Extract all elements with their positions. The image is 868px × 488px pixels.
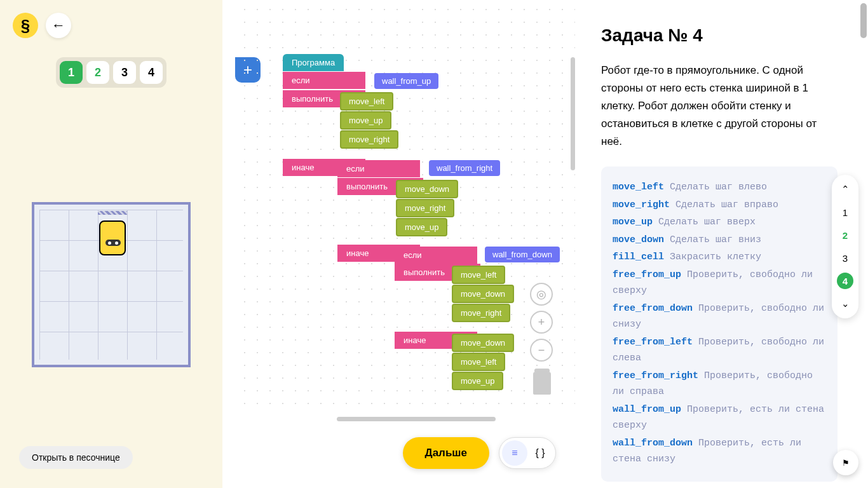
command-name: move_down bbox=[613, 234, 664, 245]
block-move-right-2[interactable]: move_right bbox=[396, 199, 454, 217]
command-row: free_from_down Проверить, свободно ли сн… bbox=[613, 301, 826, 333]
command-row: move_left Сделать шаг влево bbox=[613, 179, 826, 196]
code-view-button[interactable]: { } bbox=[527, 440, 553, 466]
zoom-out-button[interactable]: − bbox=[530, 339, 553, 362]
nav-item-4[interactable]: 4 bbox=[837, 273, 853, 289]
next-button[interactable]: Дальше bbox=[403, 437, 489, 469]
block-move-up-2[interactable]: move_up bbox=[396, 218, 447, 236]
command-name: wall_from_down bbox=[613, 438, 693, 449]
command-row: move_right Сделать шаг вправо bbox=[613, 197, 826, 214]
zoom-in-button[interactable]: + bbox=[530, 311, 553, 334]
vertical-scrollbar[interactable] bbox=[571, 57, 575, 170]
command-row: wall_from_up Проверить, есть ли стена св… bbox=[613, 402, 826, 434]
command-description: Сделать шаг вправо bbox=[670, 200, 778, 210]
task-description: Робот где-то в прямоугольнике. С одной с… bbox=[601, 62, 837, 151]
command-name: wall_from_up bbox=[613, 404, 681, 415]
task-description-panel: Задача № 4 Робот где-то в прямоугольнике… bbox=[577, 0, 860, 488]
command-row: move_up Сделать шаг вверх bbox=[613, 214, 826, 231]
nav-item-1[interactable]: 1 bbox=[837, 204, 853, 220]
robot-game-grid bbox=[32, 202, 191, 367]
nav-up-button[interactable]: ⌃ bbox=[837, 181, 853, 198]
command-name: fill_cell bbox=[613, 252, 664, 262]
command-description: Сделать шаг вверх bbox=[653, 217, 756, 227]
block-wall-from-right[interactable]: wall_from_right bbox=[429, 160, 500, 176]
back-button[interactable]: ← bbox=[46, 13, 71, 38]
block-move-right-1[interactable]: move_right bbox=[340, 130, 398, 149]
blocks-canvas[interactable]: Программа если wall_from_up выполнить mo… bbox=[238, 3, 575, 412]
block-move-down-1[interactable]: move_down bbox=[396, 180, 458, 198]
robot-wall bbox=[98, 211, 127, 215]
blocks-view-button[interactable]: ≡ bbox=[502, 440, 527, 466]
command-reference: move_left Сделать шаг влевоmove_right Сд… bbox=[601, 166, 837, 482]
command-row: free_from_right Проверить, свободно ли с… bbox=[613, 368, 826, 400]
command-name: move_left bbox=[613, 182, 664, 193]
command-row: free_from_up Проверить, свободно ли свер… bbox=[613, 267, 826, 299]
nav-item-2[interactable]: 2 bbox=[837, 227, 853, 243]
command-row: wall_from_down Проверить, есть ли стена … bbox=[613, 435, 826, 468]
open-sandbox-button[interactable]: Открыть в песочнице bbox=[19, 446, 133, 469]
block-move-left-1[interactable]: move_left bbox=[340, 92, 393, 111]
view-toggle: ≡ { } bbox=[499, 437, 556, 469]
problem-side-nav: ⌃ 1 2 3 4 ⌄ bbox=[832, 175, 858, 318]
block-move-left-3[interactable]: move_left bbox=[452, 353, 505, 371]
header-row: § ← bbox=[13, 13, 210, 38]
task-tab-1[interactable]: 1 bbox=[60, 61, 83, 84]
nav-down-button[interactable]: ⌄ bbox=[837, 295, 853, 312]
trash-icon[interactable] bbox=[533, 372, 551, 395]
block-if-1[interactable]: если bbox=[283, 72, 365, 89]
task-tab-4[interactable]: 4 bbox=[140, 61, 163, 84]
robot-sprite bbox=[97, 220, 128, 265]
left-panel: § ← 1 2 3 4 Открыть в песочнице bbox=[0, 0, 222, 488]
block-if-2[interactable]: если bbox=[337, 160, 420, 177]
block-move-down-3[interactable]: move_down bbox=[452, 334, 514, 352]
block-move-left-2[interactable]: move_left bbox=[452, 266, 505, 284]
command-name: free_from_down bbox=[613, 303, 693, 314]
command-name: free_from_right bbox=[613, 370, 698, 381]
task-title: Задача № 4 bbox=[601, 25, 837, 46]
block-move-up-1[interactable]: move_up bbox=[340, 111, 391, 130]
task-tab-3[interactable]: 3 bbox=[113, 61, 136, 84]
command-row: free_from_left Проверить, свободно ли сл… bbox=[613, 334, 826, 367]
command-name: move_right bbox=[613, 200, 670, 210]
command-description: Сделать шаг вниз bbox=[664, 234, 761, 245]
center-view-button[interactable]: ◎ bbox=[530, 283, 553, 306]
block-program[interactable]: Программа bbox=[283, 54, 344, 71]
horizontal-scrollbar[interactable] bbox=[337, 417, 496, 421]
block-move-right-3[interactable]: move_right bbox=[452, 304, 510, 322]
block-wall-from-down[interactable]: wall_from_down bbox=[485, 247, 560, 262]
page-scrollbar[interactable] bbox=[860, 3, 867, 38]
logo: § bbox=[13, 13, 38, 38]
report-flag-button[interactable]: ⚑ bbox=[833, 450, 858, 475]
nav-item-3[interactable]: 3 bbox=[837, 250, 853, 266]
blocks-editor-panel: + Программа если wall_from_up выполнить … bbox=[226, 0, 575, 488]
block-if-3[interactable]: если bbox=[395, 247, 477, 264]
command-description: Сделать шаг влево bbox=[664, 182, 767, 193]
zoom-controls: ◎ + − bbox=[530, 283, 553, 362]
bottom-toolbar: Дальше ≡ { } bbox=[226, 434, 575, 472]
task-tab-2[interactable]: 2 bbox=[86, 61, 109, 84]
block-wall-from-up[interactable]: wall_from_up bbox=[374, 73, 438, 89]
command-name: free_from_up bbox=[613, 269, 681, 280]
command-name: free_from_left bbox=[613, 337, 693, 348]
command-name: move_up bbox=[613, 217, 653, 227]
command-row: move_down Сделать шаг вниз bbox=[613, 232, 826, 248]
command-row: fill_cell Закрасить клетку bbox=[613, 249, 826, 266]
block-move-down-2[interactable]: move_down bbox=[452, 285, 514, 303]
block-move-up-3[interactable]: move_up bbox=[452, 372, 503, 390]
task-tabs: 1 2 3 4 bbox=[56, 57, 166, 88]
command-description: Закрасить клетку bbox=[664, 252, 761, 262]
